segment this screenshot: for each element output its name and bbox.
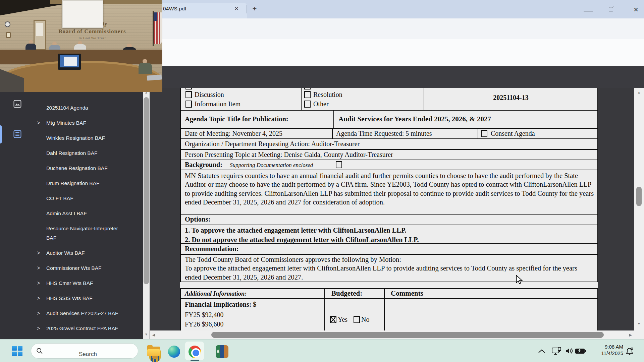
scroll-down-icon[interactable]: ▼ (143, 333, 150, 336)
horizontal-scrollbar-thumb[interactable] (211, 332, 604, 338)
chrome-button[interactable] (187, 344, 202, 359)
chevron-right-icon[interactable]: > (32, 263, 46, 273)
outline-item-label: Auditor Wts BAF (46, 248, 85, 258)
wall-clock (5, 21, 10, 27)
outline-item[interactable]: > Audit Services FY2025-27 BAF (32, 306, 129, 321)
checkbox-checked (330, 316, 336, 323)
checkbox-unchecked (185, 91, 192, 98)
network-icon[interactable] (551, 347, 562, 356)
outline-item[interactable]: > Winkles Resignation BAF (32, 131, 129, 146)
outline-item[interactable]: > HHS Cmsr Wts BAF (32, 276, 129, 291)
tab-title[interactable]: 04WS.pdf (163, 6, 186, 12)
outline-item[interactable]: > Admin Asst I BAF (32, 206, 129, 221)
recommendation-text-row: The Todd County Board of Commissioners a… (180, 255, 598, 282)
tab-close-icon[interactable]: ✕ (233, 5, 240, 12)
window-maximize-button[interactable] (609, 7, 613, 11)
budgeted-yes-label: Yes (338, 316, 347, 323)
scroll-left-icon[interactable]: ◀ (152, 333, 155, 337)
outline-item[interactable]: > Mtg Minutes BAF (32, 116, 129, 131)
edge-button[interactable] (167, 344, 181, 359)
organization-row: Organization / Department Requesting Act… (180, 139, 598, 150)
outline-item[interactable]: > Auditor Wts BAF (32, 246, 129, 261)
outline-item[interactable]: > HHS SSIS Wts BAF (32, 291, 129, 306)
scroll-down-icon[interactable]: ▼ (634, 322, 644, 325)
chevron-right-icon[interactable]: > (32, 309, 46, 318)
battery-icon[interactable] (575, 348, 586, 354)
outline-item-label: Drum Resignation BAF (46, 179, 100, 188)
outline-item-label: Winkles Resignation BAF (46, 133, 105, 143)
outline-item[interactable]: > Drum Resignation BAF (32, 176, 129, 191)
agenda-topic-value: Audit Services for Years Ended 2025, 202… (338, 115, 491, 123)
chrome-icon (189, 346, 201, 358)
taskbar: Search 9:08 AM 11/4/2025 (0, 339, 644, 362)
budgeted-label: Budgeted: (331, 289, 362, 298)
clock[interactable]: 9:08 AM 11/4/2025 (589, 344, 623, 356)
chrome-running-indicator (191, 360, 199, 361)
mouse-cursor (516, 275, 523, 285)
chevron-right-icon[interactable]: > (32, 324, 46, 333)
outline-item-label: Resource Navigator-Interpreter BAF (46, 224, 129, 243)
option-line: 2. Do not approve the attached engagemen… (185, 235, 595, 244)
options-header-row: Options: (180, 215, 598, 225)
financial-label: Financial Implications: $ (185, 301, 256, 308)
checkbox-label: Information Item (195, 100, 240, 108)
person (139, 63, 152, 74)
organization: Organization / Department Requesting Act… (185, 140, 360, 148)
vertical-scrollbar[interactable]: ▲ ▼ (634, 88, 644, 339)
outline-item[interactable]: > Dahl Resignation BAF (32, 146, 129, 161)
consent-agenda-label: Consent Agenda (491, 130, 535, 137)
meeting-video-overlay[interactable]: ty Board of Commissioners In God We Trus… (0, 0, 162, 92)
chevron-right-icon[interactable]: > (32, 248, 46, 258)
tray-expand-chevron-icon[interactable] (538, 349, 545, 354)
start-button[interactable] (12, 346, 22, 356)
outline-item[interactable]: > CO FT BAF (32, 191, 129, 206)
recommendation-header-row: Recommendation: (180, 244, 598, 255)
chevron-right-icon[interactable]: > (32, 118, 46, 128)
file-explorer-icon (147, 347, 160, 357)
window-minimize-button[interactable] (584, 7, 593, 11)
file-explorer-button[interactable] (146, 344, 161, 359)
options-label: Options: (185, 216, 210, 223)
scroll-up-icon[interactable]: ▲ (634, 90, 644, 94)
checkbox-clipped (185, 88, 192, 89)
outline-item[interactable]: > 2025 Gravel Contract FPA BAF (32, 321, 129, 336)
outline-item[interactable]: > Duchene Resignation BAF (32, 161, 129, 176)
checkbox-unchecked (481, 130, 487, 137)
door-window (36, 23, 43, 36)
presenter-row: Person Presenting Topic at Meeting: Deni… (180, 150, 598, 160)
new-tab-button[interactable]: + (250, 4, 259, 13)
thumbnails-icon[interactable] (13, 99, 22, 109)
outline-item[interactable]: > 20251104 Agenda (32, 101, 129, 116)
presenter: Person Presenting Topic at Meeting: Deni… (185, 151, 393, 159)
search-box[interactable]: Search (31, 343, 138, 359)
outline-item[interactable]: > Commissioner Wts BAF (32, 261, 129, 276)
budgeted-no-label: No (361, 316, 369, 323)
option-line: 1. To approve the attached engagement le… (185, 226, 595, 235)
background-label: Background: (185, 161, 222, 169)
sidebar-scrollbar-thumb[interactable] (144, 97, 149, 284)
outline-item-label: Commissioner Wts BAF (46, 263, 102, 273)
window-close-button[interactable]: ✕ (632, 6, 640, 14)
chevron-right-icon[interactable]: > (32, 279, 46, 288)
volume-icon[interactable] (565, 347, 574, 355)
app-icon (216, 345, 228, 358)
agenda-topic-label: Agenda Topic Title for Publication: (185, 115, 288, 123)
sidebar-scrollbar[interactable]: ▲ ▼ (143, 88, 150, 339)
outline-icon[interactable] (13, 129, 22, 139)
background-header-row: Background: Supporting Documentation enc… (180, 160, 598, 170)
outline-item-label: Admin Asst I BAF (46, 209, 87, 218)
scroll-right-icon[interactable]: ▶ (629, 333, 632, 337)
outline-item[interactable]: > Resource Navigator-Interpreter BAF (32, 221, 129, 246)
wall-text-fragment: ty (103, 21, 107, 27)
horizontal-scrollbar[interactable]: ◀ ▶ (150, 330, 634, 339)
comments-label: Comments (391, 289, 423, 298)
checkbox-unchecked (304, 101, 311, 108)
chevron-right-icon[interactable]: > (32, 294, 46, 303)
notification-bell-icon[interactable] (625, 347, 634, 356)
wall-title: Board of Commissioners (50, 28, 134, 35)
background-note: Supporting Documentation enclosed (230, 162, 313, 169)
app-button[interactable] (215, 344, 229, 359)
financial-lines: FY25 $92,400FY26 $96,600FY27 $100,800 (185, 310, 227, 330)
document-outline: > 20251104 Agenda > Mtg Minutes BAF > Wi… (32, 101, 129, 336)
vertical-scrollbar-thumb[interactable] (636, 187, 642, 206)
